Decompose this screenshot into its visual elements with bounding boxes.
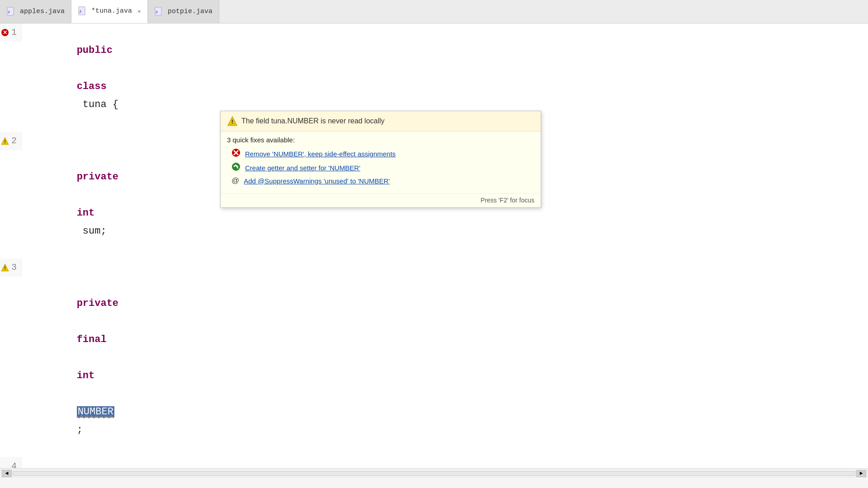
tab-close-tuna[interactable]: ✕ <box>137 8 141 15</box>
java-file-icon-tuna: J <box>78 6 88 16</box>
code-area[interactable]: ✕ 1 public class tuna { ! <box>0 23 868 468</box>
tab-label-potpie: potpie.java <box>168 8 212 15</box>
warning-icon-2: ! <box>1 137 9 145</box>
quickfix-footer: Press 'F2' for focus <box>221 193 541 207</box>
line-number-3: ! 3 <box>0 258 22 277</box>
svg-text:J: J <box>79 9 81 14</box>
tab-label-tuna: *tuna.java <box>91 7 132 15</box>
scroll-left-arrow[interactable]: ◄ <box>2 470 12 477</box>
keyword-int-3: int <box>77 370 95 381</box>
quickfix-warning-icon: ! <box>227 116 238 127</box>
line-content-2: private int sum; <box>22 132 118 258</box>
tab-label-apples: apples.java <box>20 8 65 15</box>
code-line-3: ! 3 private final int NUMBER ; <box>0 258 868 457</box>
keyword-private-2: private <box>77 171 118 183</box>
quickfix-header: ! The field tuna.NUMBER is never read lo… <box>221 111 541 131</box>
line-number-1: ✕ 1 <box>0 23 22 42</box>
quickfix-item-suppress[interactable]: @ Add @SuppressWarnings 'unused' to 'NUM… <box>231 176 534 185</box>
line-number-4: 4 <box>0 457 22 468</box>
svg-text:!: ! <box>231 118 233 125</box>
warning-icon-3: ! <box>1 263 9 272</box>
keyword-public: public <box>77 45 113 56</box>
quickfix-link-suppress[interactable]: Add @SuppressWarnings 'unused' to 'NUMBE… <box>244 177 390 185</box>
code-line-4: 4 <box>0 457 868 468</box>
line-content-1: public class tuna { <box>22 23 118 132</box>
keyword-private-3: private <box>77 298 118 309</box>
quickfix-footer-hint: Press 'F2' for focus <box>481 197 534 204</box>
keyword-int-2: int <box>77 207 95 219</box>
java-file-icon-potpie: J <box>154 7 164 17</box>
svg-text:J: J <box>8 10 9 14</box>
svg-point-17 <box>232 163 240 171</box>
svg-text:!: ! <box>4 265 6 271</box>
scroll-right-arrow[interactable]: ► <box>856 470 866 477</box>
java-file-icon: J <box>6 7 16 17</box>
highlighted-number-identifier: NUMBER <box>77 406 114 418</box>
svg-text:!: ! <box>4 139 6 144</box>
line-number-2: ! 2 <box>0 132 22 150</box>
tab-potpie[interactable]: J potpie.java <box>148 0 219 23</box>
quickfix-body: 3 quick fixes available: Remove 'NUMBER'… <box>221 131 541 192</box>
tab-apples[interactable]: J apples.java <box>0 0 71 23</box>
quickfix-item-remove[interactable]: Remove 'NUMBER', keep side-effect assign… <box>231 148 534 160</box>
tab-bar: J apples.java J *tuna.java ✕ J potpie.ja… <box>0 0 868 23</box>
svg-text:✕: ✕ <box>3 29 7 36</box>
scroll-track[interactable] <box>13 471 855 476</box>
quickfix-popup: ! The field tuna.NUMBER is never read lo… <box>220 111 541 208</box>
remove-icon <box>231 148 241 160</box>
quickfix-link-remove[interactable]: Remove 'NUMBER', keep side-effect assign… <box>245 150 396 158</box>
svg-text:J: J <box>156 10 157 14</box>
horizontal-scrollbar[interactable]: ◄ ► <box>0 468 868 478</box>
tab-tuna[interactable]: J *tuna.java ✕ <box>71 0 148 23</box>
line-content-3: private final int NUMBER ; <box>22 258 118 457</box>
keyword-final-3: final <box>77 334 107 345</box>
quickfix-link-create[interactable]: Create getter and setter for 'NUMBER' <box>245 164 360 172</box>
create-icon <box>231 162 241 174</box>
quickfix-item-create[interactable]: Create getter and setter for 'NUMBER' <box>231 162 534 174</box>
quickfix-fixes-header: 3 quick fixes available: <box>227 136 534 144</box>
keyword-class: class <box>77 81 107 92</box>
suppress-icon: @ <box>231 176 239 185</box>
editor-container: ✕ 1 public class tuna { ! <box>0 23 868 478</box>
quickfix-warning-message: The field tuna.NUMBER is never read loca… <box>241 117 385 125</box>
error-icon-1: ✕ <box>1 28 9 37</box>
